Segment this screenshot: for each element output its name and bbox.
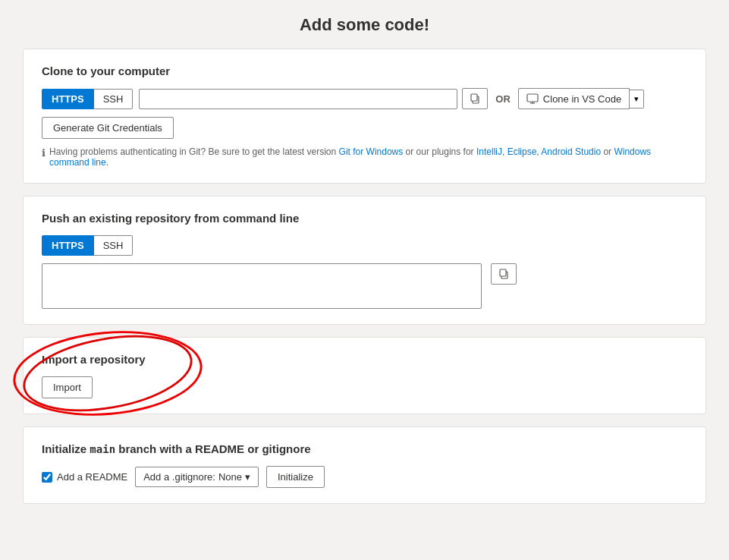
push-commands-row bbox=[42, 263, 687, 309]
monitor-icon bbox=[526, 93, 539, 105]
red-oval-annotation bbox=[10, 323, 206, 423]
info-row: ℹ Having problems authenticating in Git?… bbox=[42, 146, 687, 168]
generate-git-credentials-button[interactable]: Generate Git Credentials bbox=[42, 117, 174, 139]
eclipse-link[interactable]: Eclipse bbox=[507, 146, 537, 157]
push-protocol-row: HTTPS SSH bbox=[42, 235, 687, 256]
push-title: Push an existing repository from command… bbox=[42, 212, 687, 225]
readme-label: Add a README bbox=[57, 471, 127, 483]
svg-rect-6 bbox=[500, 269, 506, 276]
intellij-link[interactable]: IntelliJ bbox=[476, 146, 502, 157]
push-commands-textarea[interactable] bbox=[42, 263, 482, 309]
import-title: Import a repository bbox=[42, 353, 687, 366]
push-https-button[interactable]: HTTPS bbox=[42, 235, 94, 256]
android-studio-link[interactable]: Android Studio bbox=[541, 146, 601, 157]
or-label: OR bbox=[495, 93, 511, 105]
push-card: Push an existing repository from command… bbox=[23, 196, 706, 325]
page-title: Add some code! bbox=[23, 15, 706, 35]
readme-checkbox-row: Add a README bbox=[42, 471, 127, 483]
clone-https-button[interactable]: HTTPS bbox=[42, 89, 94, 109]
gitignore-value: None bbox=[218, 471, 242, 483]
clone-vs-label: Clone in VS Code bbox=[543, 93, 621, 105]
clone-vs-group: Clone in VS Code ▾ bbox=[518, 88, 644, 109]
clone-protocol-row: HTTPS SSH OR Clone in VS Code bbox=[42, 88, 687, 109]
svg-rect-1 bbox=[471, 94, 477, 101]
clone-copy-button[interactable] bbox=[462, 88, 488, 109]
init-card: Initialize main branch with a README or … bbox=[23, 426, 706, 504]
import-button[interactable]: Import bbox=[42, 376, 93, 398]
clone-ssh-button[interactable]: SSH bbox=[94, 89, 134, 109]
clone-title: Clone to your computer bbox=[42, 64, 687, 77]
readme-checkbox[interactable] bbox=[42, 472, 52, 483]
push-copy-button[interactable] bbox=[491, 263, 517, 285]
clone-vs-dropdown-button[interactable]: ▾ bbox=[630, 90, 644, 109]
gitignore-chevron-icon: ▾ bbox=[245, 471, 250, 483]
clone-card: Clone to your computer HTTPS SSH OR bbox=[23, 49, 706, 184]
gitignore-label: Add a .gitignore: bbox=[143, 471, 215, 483]
clone-vs-button[interactable]: Clone in VS Code bbox=[518, 88, 630, 109]
svg-rect-2 bbox=[527, 94, 538, 102]
svg-point-7 bbox=[18, 325, 196, 422]
chevron-down-icon: ▾ bbox=[634, 94, 639, 103]
gitignore-select-button[interactable]: Add a .gitignore: None ▾ bbox=[135, 467, 259, 487]
info-text: Having problems authenticating in Git? B… bbox=[49, 146, 687, 168]
init-options-row: Add a README Add a .gitignore: None ▾ In… bbox=[42, 466, 687, 488]
branch-name: main bbox=[90, 443, 115, 455]
copy-icon-push bbox=[498, 268, 510, 280]
info-icon: ℹ bbox=[42, 147, 46, 159]
push-ssh-button[interactable]: SSH bbox=[94, 235, 134, 256]
copy-icon bbox=[469, 93, 481, 105]
initialize-button[interactable]: Initialize bbox=[266, 466, 325, 488]
import-card: Import a repository Import bbox=[23, 337, 706, 414]
init-title: Initialize main branch with a README or … bbox=[42, 442, 687, 455]
clone-url-input[interactable] bbox=[139, 89, 457, 109]
git-for-windows-link[interactable]: Git for Windows bbox=[339, 146, 404, 157]
